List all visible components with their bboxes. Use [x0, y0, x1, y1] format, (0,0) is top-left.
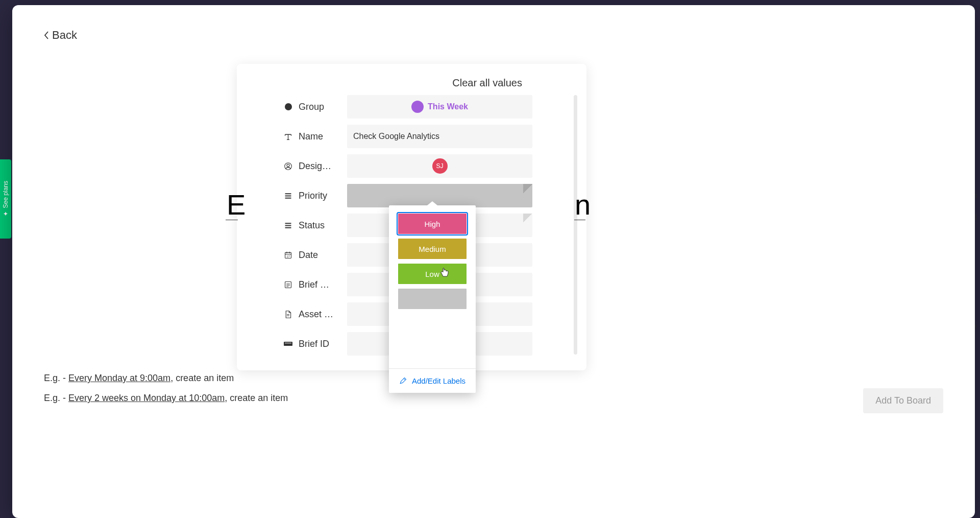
designer-avatar: SJ — [432, 158, 448, 174]
example-1-prefix: E.g. - — [44, 373, 68, 383]
see-plans-tab[interactable]: ✦ See plans — [0, 159, 11, 239]
background-sentence-left-fragment: E — [227, 188, 246, 221]
group-icon — [284, 103, 292, 111]
svg-text:17: 17 — [286, 254, 290, 257]
priority-option-high-label: High — [425, 220, 440, 228]
group-color-dot — [411, 101, 424, 113]
back-label: Back — [52, 29, 77, 42]
group-name: This Week — [428, 102, 468, 111]
field-label-brief-id: Brief ID — [299, 339, 329, 349]
svg-point-1 — [287, 164, 289, 167]
priority-option-high[interactable]: High — [398, 214, 467, 234]
priority-dropdown: High Medium Low Add/Edit Labels — [389, 205, 476, 393]
example-2-prefix: E.g. - — [44, 393, 68, 403]
add-edit-labels-label: Add/Edit Labels — [412, 376, 465, 385]
status-icon — [284, 192, 292, 200]
designer-value[interactable]: SJ — [347, 154, 532, 178]
example-2-suffix: , create an item — [225, 393, 288, 403]
field-label-asset-file: Asset … — [299, 309, 333, 320]
field-label-brief-file: Brief … — [299, 279, 329, 290]
status-corner-fold — [523, 214, 532, 223]
status-icon — [284, 221, 292, 230]
example-2-link[interactable]: Every 2 weeks on Monday at 10:00am — [68, 393, 225, 403]
chevron-left-icon — [44, 31, 49, 40]
field-label-group: Group — [299, 102, 324, 112]
automation-modal: Back E n Clear all values Group This Wee… — [12, 5, 975, 518]
see-plans-label: ✦ See plans — [2, 181, 9, 217]
priority-option-low[interactable]: Low — [398, 264, 467, 284]
priority-value[interactable] — [347, 184, 532, 207]
id-icon — [284, 340, 292, 348]
priority-option-low-label: Low — [425, 270, 439, 278]
examples-block: E.g. - Every Monday at 9:00am, create an… — [44, 373, 288, 413]
field-row-priority: Priority — [284, 184, 532, 207]
person-icon — [284, 162, 292, 171]
background-underline-right — [574, 220, 585, 220]
priority-option-medium[interactable]: Medium — [398, 239, 467, 259]
calendar-icon: 17 — [284, 251, 292, 260]
add-to-board-button[interactable]: Add To Board — [863, 388, 943, 413]
back-button[interactable]: Back — [44, 29, 77, 42]
group-value[interactable]: This Week — [347, 95, 532, 119]
svg-rect-4 — [285, 281, 291, 288]
priority-option-medium-label: Medium — [419, 245, 446, 253]
priority-corner-fold — [523, 184, 532, 193]
example-row-1: E.g. - Every Monday at 9:00am, create an… — [44, 373, 288, 384]
field-label-status: Status — [299, 220, 325, 231]
field-row-group: Group This Week — [284, 95, 532, 119]
background-sentence-right-fragment: n — [575, 188, 591, 221]
dropdown-options: High Medium Low — [389, 205, 476, 315]
scrollbar-thumb[interactable] — [574, 95, 577, 355]
scrollbar[interactable] — [574, 95, 577, 356]
text-icon — [284, 132, 292, 141]
priority-option-none[interactable] — [398, 289, 467, 309]
field-row-designer: Desig… SJ — [284, 154, 532, 178]
field-label-designer: Desig… — [299, 161, 331, 172]
field-row-name: Name Check Google Analytics — [284, 125, 532, 148]
name-value-text: Check Google Analytics — [353, 132, 439, 141]
add-edit-labels-button[interactable]: Add/Edit Labels — [389, 369, 476, 393]
field-label-name: Name — [299, 131, 323, 142]
field-label-date: Date — [299, 250, 318, 261]
example-1-link[interactable]: Every Monday at 9:00am — [68, 373, 170, 383]
document-icon — [284, 310, 292, 319]
pencil-icon — [399, 377, 407, 385]
dropdown-arrow — [427, 201, 437, 205]
clear-all-values-link[interactable]: Clear all values — [237, 77, 586, 89]
example-1-suffix: , create an item — [170, 373, 234, 383]
app-sidebar-sliver — [0, 0, 11, 518]
background-underline-left — [226, 220, 238, 220]
name-input[interactable]: Check Google Analytics — [347, 125, 532, 148]
example-row-2: E.g. - Every 2 weeks on Monday at 10:00a… — [44, 393, 288, 404]
field-label-priority: Priority — [299, 191, 327, 201]
file-icon — [284, 280, 292, 289]
